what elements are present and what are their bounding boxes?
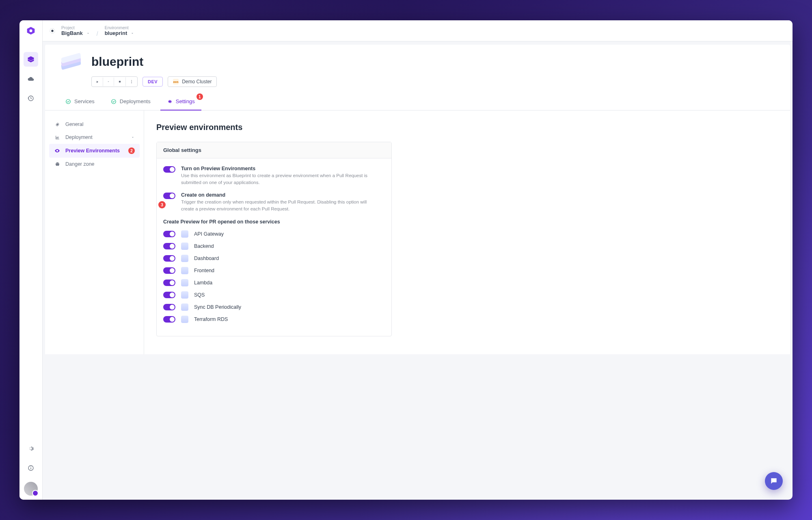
service-name: API Gateway [194, 231, 224, 237]
services-list: API GatewayBackendDashboardFrontendLambd… [163, 230, 385, 323]
tab-settings-label: Settings [176, 98, 195, 104]
service-row: Terraform RDS [163, 316, 385, 323]
service-icon [181, 316, 188, 323]
toggle-service[interactable] [163, 280, 175, 286]
svg-rect-4 [119, 81, 121, 82]
service-icon [181, 243, 188, 250]
skull-icon [54, 162, 60, 167]
toggle-service[interactable] [163, 316, 175, 323]
svg-point-8 [66, 99, 71, 104]
chat-icon [770, 477, 778, 485]
service-icon [181, 279, 188, 286]
service-name: Terraform RDS [194, 316, 228, 322]
project-icon [49, 28, 56, 34]
check-icon [111, 99, 117, 104]
user-avatar[interactable] [24, 482, 38, 496]
chevron-down-icon [130, 31, 134, 35]
services-subtitle: Create Preview for PR opened on those se… [163, 219, 385, 225]
toggle-service[interactable] [163, 292, 175, 298]
toggle-service[interactable] [163, 243, 175, 249]
toggle-service[interactable] [163, 304, 175, 310]
tab-settings[interactable]: Settings 1 [160, 94, 201, 110]
environment-crumb[interactable]: Environment blueprint [105, 25, 135, 36]
svg-point-7 [131, 82, 132, 83]
toggle-service[interactable] [163, 231, 175, 237]
on-demand-title: Create on demand [181, 192, 380, 198]
service-name: Frontend [194, 268, 214, 273]
toggle-service[interactable] [163, 267, 175, 274]
settings-nav-preview-environments[interactable]: Preview Environments 2 [49, 144, 140, 158]
settings-nav-general-label: General [65, 121, 83, 127]
tab-services-label: Services [74, 98, 95, 104]
tabs: Services Deployments Settings 1 [59, 94, 776, 110]
toggle-turn-on-preview[interactable] [163, 166, 175, 173]
environment-icon [59, 52, 83, 72]
settings-nav-danger-zone[interactable]: Danger zone [49, 158, 140, 171]
svg-point-9 [112, 99, 116, 104]
toggle-create-on-demand[interactable] [163, 193, 175, 199]
help-chat-button[interactable] [765, 472, 783, 490]
environment-label: Environment [105, 25, 135, 30]
chevron-down-icon [131, 135, 135, 139]
project-label: Project [61, 25, 90, 30]
nav-rail [19, 20, 43, 500]
service-row: Backend [163, 243, 385, 250]
service-row: Dashboard [163, 255, 385, 262]
tab-deployments-label: Deployments [120, 98, 151, 104]
on-demand-badge: 3 [158, 201, 166, 208]
more-button[interactable] [126, 77, 137, 87]
project-name: BigBank [61, 30, 83, 36]
service-icon [181, 267, 188, 274]
service-icon [181, 230, 188, 238]
run-button-group [91, 76, 138, 87]
toggle-service[interactable] [163, 255, 175, 262]
service-name: Lambda [194, 280, 212, 286]
rail-history[interactable] [24, 91, 38, 106]
tab-services[interactable]: Services [59, 94, 101, 110]
on-demand-desc: Trigger the creation only when requested… [181, 199, 380, 212]
app-window: Project BigBank / Environment blueprint [19, 20, 793, 500]
cluster-chip[interactable]: aws Demo Cluster [168, 76, 217, 87]
breadcrumb-bar: Project BigBank / Environment blueprint [43, 20, 793, 41]
settings-nav-general[interactable]: General [49, 118, 140, 131]
panel-title: Preview environments [156, 123, 778, 132]
service-row: SQS [163, 291, 385, 299]
settings-nav: General Deployment [45, 110, 144, 354]
project-crumb[interactable]: Project BigBank [61, 25, 90, 36]
stop-button[interactable] [114, 77, 126, 86]
tab-deployments[interactable]: Deployments [104, 94, 157, 110]
settings-nav-deployment-label: Deployment [65, 134, 93, 140]
play-button[interactable] [92, 78, 103, 86]
play-dropdown-button[interactable] [103, 78, 114, 86]
rail-info[interactable] [24, 461, 38, 475]
service-name: Dashboard [194, 256, 219, 261]
turn-on-title: Turn on Preview Environments [181, 166, 380, 171]
service-name: Backend [194, 243, 214, 249]
service-name: Sync DB Periodically [194, 304, 241, 310]
gear-icon [54, 122, 60, 127]
crumb-separator: / [96, 25, 99, 37]
app-logo[interactable] [24, 25, 37, 38]
settings-nav-preview-env-label: Preview Environments [65, 148, 120, 154]
environment-title: blueprint [91, 55, 143, 69]
card-title: Global settings [157, 142, 391, 158]
service-row: Sync DB Periodically [163, 303, 385, 311]
settings-nav-deployment[interactable]: Deployment [49, 131, 140, 144]
turn-on-desc: Use this environment as Blueprint to cre… [181, 172, 380, 186]
service-icon [181, 303, 188, 311]
eye-icon [54, 148, 60, 154]
rail-cloud[interactable] [24, 72, 38, 86]
service-row: Frontend [163, 267, 385, 274]
service-row: API Gateway [163, 230, 385, 238]
chart-icon [54, 135, 60, 140]
rail-environments[interactable] [24, 52, 38, 67]
stage-pill[interactable]: DEV [143, 77, 163, 87]
chevron-down-icon [86, 31, 90, 35]
svg-point-6 [131, 81, 132, 82]
rail-settings[interactable] [24, 441, 38, 456]
tab-settings-badge: 1 [197, 93, 203, 100]
settings-nav-danger-label: Danger zone [65, 161, 95, 167]
service-name: SQS [194, 292, 205, 298]
gear-icon [167, 99, 173, 104]
global-settings-card: Global settings Turn on Preview Environm… [156, 142, 392, 336]
